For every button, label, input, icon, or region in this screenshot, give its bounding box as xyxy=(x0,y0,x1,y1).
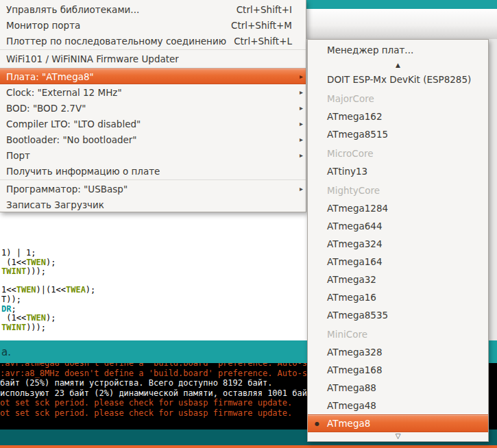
code-line: T)); xyxy=(1,295,317,305)
board-item-atmega16[interactable]: ATmega16 xyxy=(308,288,488,306)
board-item-atmega164[interactable]: ATmega164 xyxy=(308,253,488,271)
menu-item-label: Плоттер по последовательному соединению xyxy=(6,36,226,47)
menu-item-shortcut: Ctrl+Shift+I xyxy=(237,4,295,15)
board-item-label: MiniCore xyxy=(327,329,367,340)
board-core-header-mightycore: MightyCore xyxy=(308,182,488,199)
ide-screen: 1) | 1; (1<<TWEN);TWINT))); 1<<TWEN)|(1<… xyxy=(0,0,497,448)
board-item-label: ATmega8515 xyxy=(327,129,388,140)
board-item-label: ATmega8535 xyxy=(327,310,388,321)
board-item-item[interactable]: Менеджер плат... xyxy=(308,41,488,59)
menu-item-bod-bod-2-7v[interactable]: BOD: "BOD 2.7V"▸ xyxy=(0,100,306,116)
menu-separator xyxy=(0,179,306,180)
menu-item-shortcut: Ctrl+Shift+M xyxy=(231,20,295,31)
menu-item-item[interactable]: Записать Загрузчик xyxy=(0,197,306,212)
board-core-header-majorcore: MajorCore xyxy=(308,90,488,108)
code-line: DR; xyxy=(1,305,317,314)
code-line: TWINT))); xyxy=(1,267,317,277)
board-item-atmega88[interactable]: ATmega88 xyxy=(308,379,488,397)
submenu-arrow-icon: ▸ xyxy=(295,151,303,159)
code-text: 1) | 1; (1<<TWEN);TWINT))); 1<<TWEN)|(1<… xyxy=(1,249,317,351)
menu-item-usbasp[interactable]: Программатор: "USBasp"▸ xyxy=(0,181,306,197)
board-item-label: ATmega644 xyxy=(327,221,383,232)
menu-item-compiler-lto-lto-disabled[interactable]: Compiler LTO: "LTO disabled"▸ xyxy=(0,116,306,132)
code-line: TWINT))); xyxy=(1,323,317,333)
submenu-arrow-icon: ▸ xyxy=(295,88,303,96)
selected-bullet-icon: ● xyxy=(313,421,327,427)
menu-item-label: WiFi101 / WiFiNINA Firmware Updater xyxy=(6,53,179,64)
board-item-label: ATmega328 xyxy=(327,347,383,358)
board-item-label: ATmega324 xyxy=(327,238,383,249)
menu-item-label: Compiler LTO: "LTO disabled" xyxy=(6,119,141,129)
board-item-atmega1284[interactable]: ATmega1284 xyxy=(308,199,488,217)
menu-item-clock-external-12-mhz[interactable]: Clock: "External 12 MHz"▸ xyxy=(0,84,306,100)
menu-item-wifi101-wifinina-firmware-updater[interactable]: WiFi101 / WiFiNINA Firmware Updater xyxy=(0,51,306,66)
board-item-atmega328[interactable]: ATmega328 xyxy=(308,343,488,361)
board-item-label: ATmega1284 xyxy=(327,203,388,214)
menu-item-label: Bootloader: "No bootloader" xyxy=(6,134,137,145)
board-item-atmega324[interactable]: ATmega324 xyxy=(308,235,488,253)
menu-item-label: Порт xyxy=(6,150,30,161)
scroll-down-icon[interactable]: ▽ xyxy=(308,432,488,441)
board-item-atmega8[interactable]: ●ATmega8 xyxy=(308,414,488,432)
board-item-label: ATmega88 xyxy=(327,382,376,393)
menu-item-atmega8[interactable]: Плата: "ATmega8"▸ xyxy=(0,69,306,84)
board-item-label: DOIT ESP-Mx DevKit (ESP8285) xyxy=(327,74,471,85)
menu-item-label: BOD: "BOD 2.7V" xyxy=(6,103,86,114)
board-item-label: ATmega16 xyxy=(327,292,376,303)
board-item-atmega8515[interactable]: ATmega8515 xyxy=(308,125,488,143)
submenu-arrow-icon: ▸ xyxy=(295,120,303,127)
menu-item-item[interactable]: Плоттер по последовательному соединениюC… xyxy=(0,33,306,49)
submenu-arrow-icon: ▸ xyxy=(295,73,303,80)
board-item-label: MajorCore xyxy=(327,93,374,104)
code-line: (1<<TWEN); xyxy=(1,314,317,323)
code-line: 1<<TWEN)|(1<<TWEA); xyxy=(1,286,317,295)
code-line: 1) | 1; xyxy=(1,249,317,258)
board-core-header-microcore: MicroCore xyxy=(308,145,488,162)
code-line: (1<<TWEN); xyxy=(1,258,317,268)
board-submenu: Менеджер плат...▲DOIT ESP-Mx DevKit (ESP… xyxy=(307,39,489,442)
menu-item-item[interactable]: Монитор портаCtrl+Shift+M xyxy=(0,17,306,33)
menu-item-label: Монитор порта xyxy=(6,20,80,31)
menu-item-label: Программатор: "USBasp" xyxy=(6,184,128,195)
menu-item-bootloader-no-bootloader[interactable]: Bootloader: "No bootloader"▸ xyxy=(0,132,306,147)
menu-item-label: Clock: "External 12 MHz" xyxy=(6,87,122,98)
board-item-label: MicroCore xyxy=(327,148,374,159)
board-item-atmega32[interactable]: ATmega32 xyxy=(308,271,488,288)
board-item-label: ATmega48 xyxy=(327,400,376,411)
board-item-atmega8535[interactable]: ATmega8535 xyxy=(308,306,488,324)
menu-separator xyxy=(0,49,306,50)
window-bottom-strip xyxy=(0,445,497,448)
menu-separator xyxy=(0,67,306,68)
tools-menu: Управлять библиотеками...Ctrl+Shift+IМон… xyxy=(0,0,306,212)
board-item-atmega644[interactable]: ATmega644 xyxy=(308,217,488,235)
menu-item-shortcut: Ctrl+Shift+L xyxy=(234,36,295,47)
scroll-up-icon[interactable]: ▲ xyxy=(308,60,488,71)
menu-item-item[interactable]: Получить информацию о плате xyxy=(0,163,306,179)
submenu-arrow-icon: ▸ xyxy=(295,104,303,112)
menu-item-label: Получить информацию о плате xyxy=(6,166,160,177)
board-item-label: ATmega168 xyxy=(327,364,383,375)
board-item-label: MightyCore xyxy=(327,185,380,196)
board-item-doit-esp-mx-devkit-esp8285[interactable]: DOIT ESP-Mx DevKit (ESP8285) xyxy=(308,71,488,88)
menu-item-item[interactable]: Управлять библиотеками...Ctrl+Shift+I xyxy=(0,1,306,17)
board-item-atmega48[interactable]: ATmega48 xyxy=(308,397,488,414)
menu-item-label: Управлять библиотеками... xyxy=(6,4,139,15)
board-item-atmega168[interactable]: ATmega168 xyxy=(308,361,488,379)
board-item-label: ATmega32 xyxy=(327,274,376,285)
board-item-label: Менеджер плат... xyxy=(327,45,413,55)
submenu-arrow-icon: ▸ xyxy=(295,136,303,143)
menu-item-label: Плата: "ATmega8" xyxy=(6,71,94,82)
board-item-label: ATmega162 xyxy=(327,111,383,122)
board-item-label: ATmega8 xyxy=(327,418,370,429)
editor-scrollbar[interactable] xyxy=(489,39,497,340)
menu-item-item[interactable]: Порт▸ xyxy=(0,147,306,163)
board-core-header-minicore: MiniCore xyxy=(308,325,488,343)
board-item-label: ATmega164 xyxy=(327,256,383,267)
board-item-atmega162[interactable]: ATmega162 xyxy=(308,108,488,125)
menu-item-label: Записать Загрузчик xyxy=(6,199,104,210)
submenu-arrow-icon: ▸ xyxy=(295,185,303,192)
board-item-attiny13[interactable]: ATtiny13 xyxy=(308,162,488,180)
board-item-label: ATtiny13 xyxy=(327,166,367,177)
status-message: а. xyxy=(1,346,11,358)
code-line xyxy=(1,277,317,286)
